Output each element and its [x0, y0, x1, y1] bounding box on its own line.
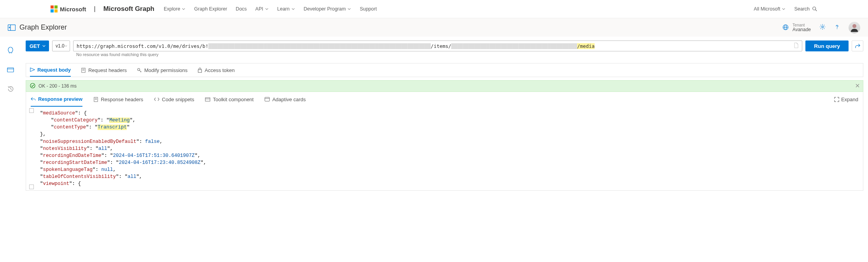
- tab-request-headers[interactable]: Request headers: [81, 63, 127, 77]
- svg-rect-11: [7, 68, 14, 72]
- share-button[interactable]: [852, 40, 863, 51]
- url-prefix: https://graph.microsoft.com/v1.0/me/driv…: [77, 43, 208, 49]
- http-method-dropdown[interactable]: GET: [26, 40, 49, 51]
- response-json-body[interactable]: "mediaSource": { "contentCategory": "Mee…: [26, 107, 863, 190]
- url-highlight: /media: [577, 43, 595, 49]
- key-icon: [137, 68, 142, 73]
- search-icon: [812, 6, 817, 12]
- tab-code-snippets[interactable]: Code snippets: [154, 92, 194, 107]
- document-icon: [81, 68, 86, 73]
- search-label: Search: [794, 6, 810, 12]
- tab-adaptive-cards[interactable]: Adaptive cards: [264, 92, 306, 107]
- chevron-down-icon: [65, 44, 67, 48]
- url-redacted-segment: ████████████████████████████████████████…: [208, 43, 431, 49]
- response-tabs: Response preview Response headers Code s…: [26, 92, 863, 107]
- chevron-down-icon: [347, 7, 351, 11]
- sidebar-toggle[interactable]: [8, 25, 16, 31]
- main-content: GET v1.0 https://graph.microsoft.com/v1.…: [21, 37, 868, 191]
- svg-point-10: [852, 24, 856, 28]
- help-button[interactable]: [834, 24, 840, 31]
- query-row: GET v1.0 https://graph.microsoft.com/v1.…: [26, 40, 863, 51]
- tab-toolkit-component[interactable]: Toolkit component: [205, 92, 254, 107]
- svg-point-0: [813, 7, 816, 10]
- nav-link-docs[interactable]: Docs: [236, 6, 247, 12]
- nav-link-explore[interactable]: Explore: [164, 6, 186, 12]
- api-version: v1.0: [56, 43, 65, 49]
- chevron-down-icon: [265, 7, 269, 11]
- microsoft-logo[interactable]: Microsoft: [51, 5, 86, 12]
- tab-response-preview[interactable]: Response preview: [31, 92, 82, 107]
- app-header: Graph Explorer Tenant Avanade: [0, 18, 868, 37]
- help-icon: [834, 24, 840, 30]
- tab-access-token[interactable]: Access token: [198, 63, 234, 77]
- rail-sample-queries[interactable]: [7, 47, 14, 55]
- document-icon: [93, 97, 98, 102]
- history-icon: [7, 86, 14, 92]
- query-url-input[interactable]: https://graph.microsoft.com/v1.0/me/driv…: [73, 40, 802, 51]
- global-search[interactable]: Search: [794, 6, 817, 12]
- gear-icon: [819, 24, 826, 30]
- chevron-down-icon: [782, 7, 786, 11]
- avatar[interactable]: [849, 22, 860, 33]
- globe-icon: [782, 24, 789, 30]
- expand-icon: [834, 97, 839, 102]
- toolkit-icon: [205, 97, 210, 102]
- check-icon: [30, 83, 35, 90]
- left-rail: [0, 37, 21, 191]
- nav-link-support[interactable]: Support: [360, 6, 377, 12]
- tab-request-body[interactable]: Request body: [30, 63, 71, 77]
- global-nav: Microsoft | Microsoft Graph Explore Grap…: [0, 0, 868, 18]
- run-query-button[interactable]: Run query: [805, 40, 849, 51]
- nav-link-learn[interactable]: Learn: [277, 6, 295, 12]
- nav-link-graph-explorer[interactable]: Graph Explorer: [194, 6, 227, 12]
- lock-icon: [198, 67, 202, 73]
- avatar-icon: [849, 22, 860, 33]
- play-icon: [30, 67, 35, 72]
- dismiss-status[interactable]: [855, 83, 860, 89]
- rocket-icon: [7, 47, 14, 54]
- card-icon: [264, 97, 270, 102]
- tenant-label: Tenant: [793, 23, 811, 27]
- nav-right: All Microsoft Search: [754, 6, 817, 12]
- nav-links: Explore Graph Explorer Docs API Learn De…: [164, 6, 377, 12]
- tab-modify-permissions[interactable]: Modify permissions: [137, 63, 187, 77]
- status-text: OK - 200 - 136 ms: [38, 83, 77, 89]
- url-mid: /items/: [431, 43, 452, 49]
- svg-line-1: [816, 10, 817, 11]
- box-icon: [7, 67, 14, 73]
- share-icon: [855, 43, 861, 49]
- chevron-down-icon: [291, 7, 295, 11]
- svg-rect-16: [198, 70, 202, 72]
- url-file-icon: [794, 42, 799, 49]
- status-strip: OK - 200 - 136 ms: [26, 80, 863, 92]
- expand-button[interactable]: Expand: [834, 97, 858, 102]
- microsoft-logo-text: Microsoft: [60, 6, 86, 12]
- svg-point-8: [822, 26, 824, 28]
- request-tabs: Request body Request headers Modify perm…: [26, 63, 863, 77]
- svg-point-17: [30, 83, 35, 88]
- nav-link-developer-program[interactable]: Developer Program: [304, 6, 351, 12]
- rail-history[interactable]: [7, 86, 14, 93]
- url-redacted-segment: ████████████████████████████████████████…: [451, 43, 577, 49]
- line-checkbox[interactable]: [29, 108, 34, 113]
- tenant-value: Avanade: [793, 27, 811, 33]
- divider: |: [94, 5, 96, 12]
- product-brand[interactable]: Microsoft Graph: [103, 5, 154, 13]
- microsoft-logo-icon: [51, 5, 58, 12]
- api-version-dropdown[interactable]: v1.0: [52, 40, 70, 51]
- settings-button[interactable]: [819, 24, 826, 31]
- tab-response-headers[interactable]: Response headers: [93, 92, 143, 107]
- code-icon: [154, 97, 159, 102]
- close-icon: [855, 83, 860, 88]
- nav-link-api[interactable]: API: [256, 6, 269, 12]
- svg-rect-23: [265, 97, 270, 101]
- rail-resources[interactable]: [7, 67, 14, 74]
- svg-rect-21: [205, 98, 210, 101]
- line-checkbox[interactable]: [29, 185, 34, 189]
- undo-icon: [31, 97, 36, 101]
- url-hint-message: No resource was found matching this quer…: [76, 52, 863, 57]
- page-title: Graph Explorer: [19, 23, 67, 32]
- nav-all-microsoft[interactable]: All Microsoft: [754, 6, 786, 12]
- chevron-down-icon: [182, 7, 186, 11]
- tenant-selector[interactable]: Tenant Avanade: [782, 23, 811, 33]
